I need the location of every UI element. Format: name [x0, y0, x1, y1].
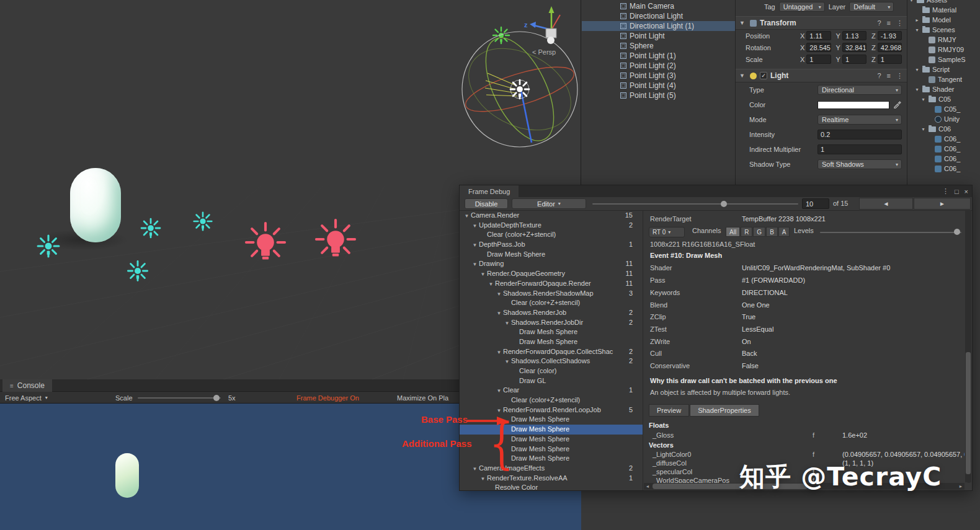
frame-event-row[interactable]: ▼RenderTexture.ResolveAA1	[460, 474, 643, 484]
scale-slider[interactable]	[138, 397, 221, 399]
frame-event-row[interactable]: ▼RenderForwardOpaque.Render11	[460, 279, 643, 289]
hierarchy-item[interactable]: Main Camera	[582, 1, 735, 11]
foldout-icon[interactable]: ▼	[479, 270, 487, 280]
hierarchy-item[interactable]: Point Light (5)	[582, 91, 735, 100]
frame-event-row[interactable]: Clear (color+Z+stencil)	[460, 395, 643, 405]
window-menu-icon[interactable]: ⋮	[942, 187, 949, 195]
hierarchy-item[interactable]: Sphere	[582, 41, 735, 51]
position-y-field[interactable]: 1.13	[842, 31, 866, 40]
foldout-icon[interactable]: ▼	[495, 386, 503, 396]
frame-event-row[interactable]: Draw Mesh Sphere	[460, 444, 643, 454]
foldout-icon[interactable]: ▼	[487, 280, 495, 289]
scene-orientation-gizmo[interactable]: z	[524, 6, 560, 44]
frame-event-row[interactable]: Draw Mesh Sphere	[460, 327, 643, 337]
eyedropper-icon[interactable]	[893, 100, 902, 109]
frame-event-row[interactable]: ▼Camera.Render15	[460, 211, 643, 221]
foldout-icon[interactable]: ▼	[471, 241, 479, 250]
frame-slider[interactable]	[592, 203, 798, 205]
hierarchy-item[interactable]: Directional Light	[582, 11, 735, 21]
frame-event-row[interactable]: Clear (color+Z+stencil)	[460, 298, 643, 308]
frame-slider-handle[interactable]	[721, 201, 727, 207]
foldout-icon[interactable]: ▼	[463, 211, 471, 221]
tag-dropdown[interactable]: Untagged▾	[779, 2, 825, 12]
project-item[interactable]: ▾C05	[907, 94, 980, 104]
foldout-icon[interactable]: ▼	[471, 221, 479, 231]
selected-light-gizmo-icon[interactable]	[510, 80, 529, 99]
frame-event-row[interactable]: ▼Shadows.CollectShadows2	[460, 356, 643, 366]
frame-event-row[interactable]: ▼Render.OpaqueGeometry11	[460, 269, 643, 279]
project-item[interactable]: C05_	[907, 104, 980, 114]
project-item[interactable]: C06_	[907, 164, 980, 174]
frame-debug-tab[interactable]: Frame Debug	[460, 185, 519, 197]
more-icon[interactable]: ⋮	[896, 72, 903, 80]
project-item[interactable]: ▾Scenes	[907, 25, 980, 35]
project-item[interactable]: C06_	[907, 134, 980, 144]
aspect-dropdown[interactable]: Free Aspect ▾	[5, 392, 48, 404]
foldout-icon[interactable]: ▸	[914, 17, 920, 23]
frame-event-row[interactable]: ▼Shadows.RenderShadowMap3	[460, 289, 643, 299]
transform-component-header[interactable]: ▼ Transform ?≡⋮	[736, 16, 907, 30]
frame-event-row[interactable]: Draw Mesh Sphere	[460, 250, 643, 260]
scale-z-field[interactable]: 1	[878, 55, 902, 64]
light-component-header[interactable]: ▼ ✓ Light ?≡⋮	[736, 69, 907, 82]
project-item[interactable]: SampleS	[907, 55, 980, 64]
frame-event-row[interactable]: Draw Mesh Sphere	[460, 337, 643, 347]
frame-event-row[interactable]: ▼RenderForward.RenderLoopJob5	[460, 405, 643, 415]
shadow-type-dropdown[interactable]: Soft Shadows▾	[817, 159, 902, 169]
foldout-icon[interactable]: ▼	[471, 260, 479, 270]
help-icon[interactable]: ?	[877, 19, 881, 27]
next-frame-button[interactable]: ►	[914, 198, 971, 210]
project-item[interactable]: RMJY09	[907, 45, 980, 55]
perspective-label[interactable]: < Persp	[532, 48, 556, 56]
editor-dropdown[interactable]: Editor▾	[512, 198, 586, 209]
foldout-icon[interactable]: ▼	[495, 348, 503, 358]
project-item[interactable]: ▾Script	[907, 64, 980, 74]
scroll-right-icon[interactable]: ►	[957, 484, 964, 488]
help-icon[interactable]: ?	[877, 72, 881, 80]
tab-console[interactable]: ≡ Console	[2, 379, 52, 392]
preset-icon[interactable]: ≡	[887, 72, 891, 80]
frame-event-row[interactable]: Draw GL	[460, 376, 643, 386]
project-item[interactable]: C06_	[907, 154, 980, 164]
preset-icon[interactable]: ≡	[887, 19, 891, 27]
rt-dropdown[interactable]: RT 0▾	[649, 227, 685, 237]
frame-event-row[interactable]: Draw Mesh Sphere	[460, 435, 643, 444]
levels-slider-handle[interactable]	[954, 229, 960, 235]
foldout-icon[interactable]: ▼	[503, 319, 511, 329]
tab-preview[interactable]: Preview	[649, 404, 689, 417]
frame-event-row[interactable]: Draw Mesh Sphere	[460, 454, 643, 464]
position-x-field[interactable]: 1.11	[806, 31, 831, 40]
light-mode-dropdown[interactable]: Realtime▾	[817, 115, 902, 125]
component-enabled-checkbox[interactable]: ✓	[760, 72, 767, 79]
frame-event-row[interactable]: ▼Shadows.RenderJobDir2	[460, 318, 643, 328]
frame-event-row[interactable]: ▼UpdateDepthTexture2	[460, 221, 643, 231]
hierarchy-item[interactable]: Point Light (4)	[582, 81, 735, 91]
window-close-icon[interactable]: ×	[964, 188, 968, 195]
channel-g-button[interactable]: G	[753, 227, 765, 237]
frame-event-row[interactable]: ▼Drawing11	[460, 259, 643, 269]
more-icon[interactable]: ⋮	[896, 19, 903, 27]
frame-event-row[interactable]: ▼Shadows.RenderJob2	[460, 308, 643, 318]
light-type-dropdown[interactable]: Directional▾	[817, 85, 902, 95]
previous-frame-button[interactable]: ◄	[859, 198, 913, 210]
foldout-icon[interactable]: ▾	[920, 97, 926, 102]
project-item[interactable]: C06_	[907, 144, 980, 154]
rotation-y-field[interactable]: 32.841	[842, 43, 866, 52]
channel-a-button[interactable]: A	[778, 227, 790, 237]
channel-b-button[interactable]: B	[766, 227, 778, 237]
hierarchy-item[interactable]: Point Light (1)	[582, 51, 735, 61]
scroll-left-icon[interactable]: ◄	[644, 484, 651, 488]
project-item[interactable]: ▾Assets	[907, 0, 980, 5]
foldout-icon[interactable]: ▾	[914, 87, 920, 92]
foldout-icon[interactable]: ▾	[909, 0, 914, 3]
frame-event-row[interactable]: ▼Camera.ImageEffects2	[460, 464, 643, 474]
foldout-icon[interactable]: ▾	[914, 67, 920, 73]
channel-all-button[interactable]: All	[726, 227, 740, 237]
frame-event-row-selected[interactable]: Draw Mesh Sphere	[460, 425, 643, 435]
hierarchy-item-selected[interactable]: Directional Light (1)	[582, 21, 735, 31]
point-light-bulb-gizmo-icon[interactable]	[316, 220, 355, 257]
project-item[interactable]: ▸Model	[907, 15, 980, 25]
maximize-on-play-button[interactable]: Maximize On Pla	[397, 392, 448, 404]
foldout-icon[interactable]: ▼	[479, 474, 487, 484]
foldout-icon[interactable]: ▼	[495, 309, 503, 319]
